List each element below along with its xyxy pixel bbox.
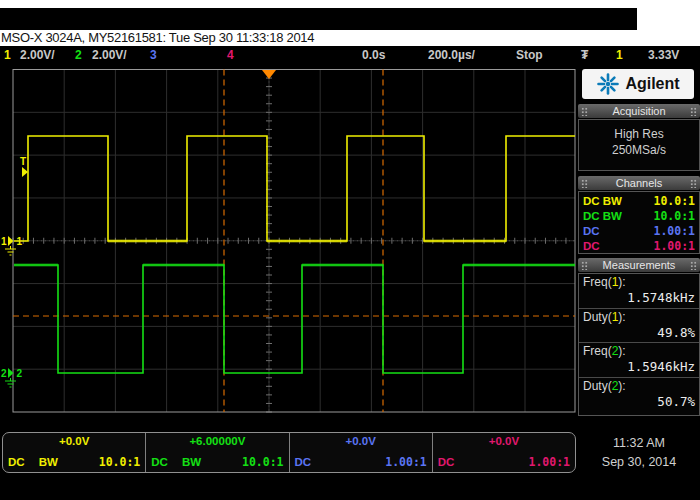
clock-date: Sep 30, 2014	[578, 453, 700, 472]
channel-offset: +0.0V	[438, 435, 570, 447]
acquisition-header-label: Acquisition	[612, 105, 665, 117]
brand-box: Agilent	[582, 69, 694, 99]
status-trigger-level[interactable]: 3.33V	[648, 48, 679, 62]
channel-3-box[interactable]: +0.0V DC 1.00:1	[290, 433, 433, 472]
bandwidth-label: BW	[182, 456, 201, 468]
measurement-duty2[interactable]: Duty(2): 50.7%	[579, 377, 699, 411]
measurement-value: 1.5946kHz	[583, 359, 695, 375]
acquisition-mode: High Res	[579, 126, 699, 142]
coupling-label: DC	[151, 456, 168, 468]
channel-coupling: DC BW	[583, 195, 622, 207]
channel-probe: 1.00:1	[653, 239, 695, 253]
measurement-label: ):	[618, 344, 625, 358]
probe-ratio: 10.0:1	[242, 455, 284, 469]
channels-header[interactable]: Channels	[578, 176, 700, 190]
channel-4-box[interactable]: +0.0V DC 1.00:1	[433, 433, 575, 472]
instrument-title: MSO-X 3024A, MY52161581: Tue Sep 30 11:3…	[1, 30, 314, 45]
grip-icon	[690, 179, 697, 188]
channel-coupling: DC	[583, 225, 600, 237]
measurement-label: ):	[618, 310, 625, 324]
acquisition-header[interactable]: Acquisition	[578, 104, 700, 118]
oscilloscope-screenshot: MSO-X 3024A, MY52161581: Tue Sep 30 11:3…	[0, 0, 700, 500]
probe-ratio: 1.00:1	[528, 455, 570, 469]
measurement-value: 1.5748kHz	[583, 290, 695, 306]
status-trigger-source[interactable]: 1	[616, 48, 623, 62]
scope-screen: 1 2.00V/ 2 2.00V/ 3 4 0.0s 200.0µs/ Stop…	[0, 46, 700, 500]
acquisition-panel[interactable]: High Res 250MSa/s	[578, 119, 700, 171]
sample-rate: 250MSa/s	[579, 142, 699, 158]
grip-icon	[581, 107, 588, 116]
waveform-display[interactable]: T1122	[0, 64, 578, 432]
clock-time: 11:32 AM	[578, 434, 700, 453]
grip-icon	[581, 179, 588, 188]
status-ch2-number[interactable]: 2	[75, 48, 82, 62]
channel-coupling: DC	[583, 240, 600, 252]
status-delay[interactable]: 0.0s	[362, 48, 385, 62]
status-timebase[interactable]: 200.0µs/	[428, 48, 475, 62]
grip-icon	[690, 107, 697, 116]
channel-row-1[interactable]: DC BW 10.0:1	[579, 193, 699, 208]
channel-probe: 1.00:1	[653, 224, 695, 238]
status-ch1-number[interactable]: 1	[4, 48, 11, 62]
probe-ratio: 10.0:1	[99, 455, 141, 469]
measurements-header[interactable]: Measurements	[578, 258, 700, 272]
status-run-state[interactable]: Stop	[516, 48, 543, 62]
measurements-panel: Freq(1): 1.5748kHz Duty(1): 49.8% Freq(2…	[578, 273, 700, 416]
measurement-duty1[interactable]: Duty(1): 49.8%	[579, 308, 699, 342]
measurement-label: ):	[618, 275, 625, 289]
trigger-icon: ₮	[581, 48, 588, 62]
channel-probe: 10.0:1	[653, 209, 695, 223]
measurement-value: 50.7%	[583, 394, 695, 410]
svg-text:2: 2	[17, 368, 23, 379]
measurement-label: Freq(	[583, 275, 612, 289]
agilent-starburst-icon	[596, 72, 620, 96]
channel-2-box[interactable]: +6.00000V DC BW 10.0:1	[146, 433, 289, 472]
status-ch2-scale[interactable]: 2.00V/	[92, 48, 127, 62]
svg-text:1: 1	[17, 236, 23, 247]
channel-offset: +0.0V	[295, 435, 427, 447]
measurement-label: Freq(	[583, 344, 612, 358]
coupling-label: DC	[295, 456, 312, 468]
status-ch4-number[interactable]: 4	[227, 48, 234, 62]
grip-icon	[690, 261, 697, 270]
channels-panel: DC BW 10.0:1 DC BW 10.0:1 DC 1.00:1 DC 1…	[578, 191, 700, 254]
bandwidth-label: BW	[39, 456, 58, 468]
top-banner	[0, 8, 637, 30]
channels-header-label: Channels	[616, 177, 662, 189]
measurement-freq2[interactable]: Freq(2): 1.5946kHz	[579, 342, 699, 376]
channel-offset: +0.0V	[8, 435, 140, 447]
channel-row-4[interactable]: DC 1.00:1	[579, 238, 699, 253]
svg-text:1: 1	[1, 236, 7, 247]
status-bar: 1 2.00V/ 2 2.00V/ 3 4 0.0s 200.0µs/ Stop…	[0, 46, 700, 64]
channel-row-3[interactable]: DC 1.00:1	[579, 223, 699, 238]
status-ch1-scale[interactable]: 2.00V/	[20, 48, 55, 62]
brand-name: Agilent	[625, 75, 679, 93]
svg-text:2: 2	[1, 368, 7, 379]
measurement-freq1[interactable]: Freq(1): 1.5748kHz	[579, 274, 699, 308]
coupling-label: DC	[438, 456, 455, 468]
channel-1-box[interactable]: +0.0V DC BW 10.0:1	[3, 433, 146, 472]
svg-text:T: T	[20, 156, 26, 167]
channel-settings-bar: +0.0V DC BW 10.0:1 +6.00000V DC BW 10.0:…	[2, 432, 576, 473]
channel-row-2[interactable]: DC BW 10.0:1	[579, 208, 699, 223]
measurement-label: Duty(	[583, 310, 612, 324]
grip-icon	[581, 261, 588, 270]
coupling-label: DC	[8, 456, 25, 468]
measurement-value: 49.8%	[583, 325, 695, 341]
channel-coupling: DC BW	[583, 210, 622, 222]
channel-probe: 10.0:1	[653, 194, 695, 208]
probe-ratio: 1.00:1	[385, 455, 427, 469]
measurement-label: ):	[618, 379, 625, 393]
measurements-header-label: Measurements	[603, 259, 676, 271]
channel-offset: +6.00000V	[151, 435, 283, 447]
measurement-label: Duty(	[583, 379, 612, 393]
status-ch3-number[interactable]: 3	[150, 48, 157, 62]
clock: 11:32 AM Sep 30, 2014	[578, 434, 700, 472]
